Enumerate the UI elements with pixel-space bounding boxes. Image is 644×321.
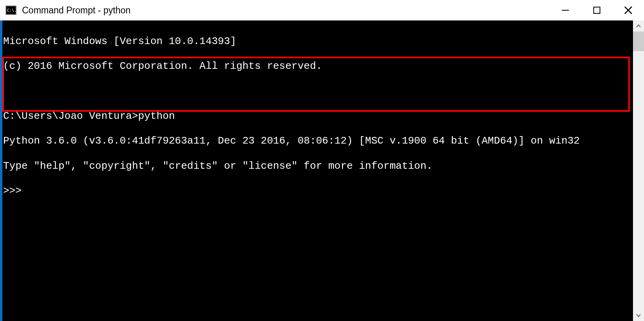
close-button[interactable]	[613, 0, 644, 20]
close-icon	[624, 6, 633, 15]
window-title: Command Prompt - python	[22, 5, 550, 16]
scrollbar[interactable]	[633, 20, 644, 321]
scrollbar-track[interactable]	[633, 31, 644, 310]
titlebar[interactable]: C:\. Command Prompt - python	[0, 0, 644, 20]
terminal-blank	[3, 85, 632, 98]
terminal-output[interactable]: Microsoft Windows [Version 10.0.14393] (…	[2, 20, 633, 321]
client-area: Microsoft Windows [Version 10.0.14393] (…	[0, 20, 644, 321]
scrollbar-thumb[interactable]	[633, 31, 644, 51]
cmd-icon-text: C:\.	[7, 8, 17, 13]
maximize-button[interactable]	[581, 0, 613, 20]
minimize-button[interactable]	[550, 0, 581, 20]
terminal-line: Microsoft Windows [Version 10.0.14393]	[3, 35, 632, 48]
chevron-up-icon	[636, 23, 641, 29]
terminal-line: (c) 2016 Microsoft Corporation. All righ…	[3, 60, 632, 73]
window-controls	[550, 0, 644, 20]
minimize-icon	[561, 6, 570, 15]
svg-rect-1	[594, 7, 600, 13]
chevron-down-icon	[636, 313, 641, 318]
terminal-line: Python 3.6.0 (v3.6.0:41df79263a11, Dec 2…	[3, 135, 632, 148]
cmd-icon: C:\.	[6, 6, 17, 15]
terminal-prompt: >>>	[3, 185, 632, 197]
scroll-down-button[interactable]	[633, 310, 644, 321]
terminal-line: C:\Users\Joao Ventura>python	[3, 110, 632, 123]
maximize-icon	[593, 6, 601, 14]
terminal-line: Type "help", "copyright", "credits" or "…	[3, 160, 632, 173]
scroll-up-button[interactable]	[633, 20, 644, 31]
